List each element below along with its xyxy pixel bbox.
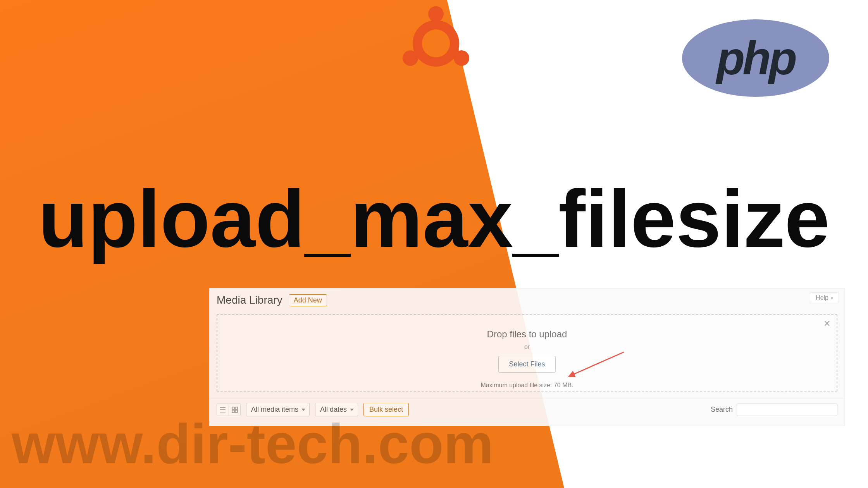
ubuntu-logo-icon xyxy=(397,5,475,82)
media-library-panel: Media Library Add New Help▾ ✕ Drop files… xyxy=(209,288,845,426)
svg-rect-4 xyxy=(232,407,234,409)
media-library-title: Media Library xyxy=(217,294,282,306)
search-input[interactable] xyxy=(737,404,837,416)
dropzone-title: Drop files to upload xyxy=(225,329,829,340)
svg-rect-5 xyxy=(235,407,238,409)
svg-point-2 xyxy=(403,50,418,66)
svg-point-0 xyxy=(428,6,444,22)
upload-dropzone[interactable]: ✕ Drop files to upload or Select Files M… xyxy=(217,314,837,392)
select-files-button[interactable]: Select Files xyxy=(498,356,555,373)
php-logo-text: php xyxy=(716,31,795,85)
help-dropdown[interactable]: Help▾ xyxy=(810,292,839,303)
main-heading: upload_max_filesize xyxy=(0,178,868,259)
add-new-button[interactable]: Add New xyxy=(289,294,327,306)
svg-point-1 xyxy=(454,50,469,66)
dropzone-or: or xyxy=(225,344,829,351)
help-label: Help xyxy=(816,294,828,301)
max-upload-size-note: Maximum upload file size: 70 MB. xyxy=(225,382,829,389)
watermark-url: www.dir-tech.com xyxy=(12,412,493,476)
close-icon[interactable]: ✕ xyxy=(823,319,830,329)
svg-line-3 xyxy=(571,352,624,375)
chevron-down-icon: ▾ xyxy=(831,296,833,301)
php-logo-icon: php xyxy=(682,19,829,97)
search-label: Search xyxy=(711,406,733,414)
red-arrow-icon xyxy=(566,350,628,381)
